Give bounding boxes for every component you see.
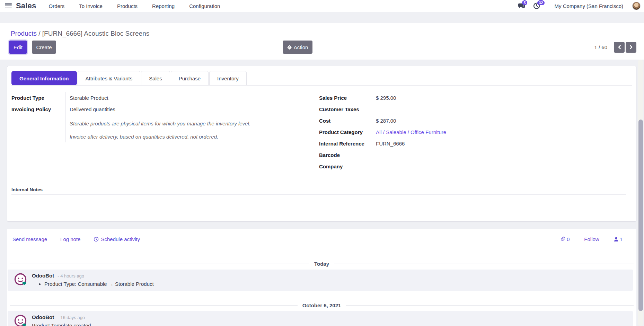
company-switcher[interactable]: My Company (San Francisco) bbox=[555, 3, 623, 9]
log-note-button[interactable]: Log note bbox=[60, 236, 80, 242]
scrollbar-thumb[interactable] bbox=[638, 120, 643, 311]
product-category-label: Product Category bbox=[319, 126, 372, 138]
product-form-sheet: General Information Attributes & Variant… bbox=[7, 66, 636, 222]
control-panel: Products / [FURN_6666] Acoustic Bloc Scr… bbox=[0, 23, 644, 60]
invoicing-policy-label: Invoicing Policy bbox=[11, 104, 65, 115]
breadcrumb-current: [FURN_6666] Acoustic Bloc Screens bbox=[42, 30, 149, 37]
tab-attributes-variants[interactable]: Attributes & Variants bbox=[78, 71, 141, 85]
field-group-right: Sales Price Customer Taxes Cost Product … bbox=[319, 92, 537, 172]
cost-label: Cost bbox=[319, 115, 372, 126]
breadcrumb-separator: / bbox=[37, 30, 42, 37]
paperclip-icon bbox=[561, 237, 565, 242]
invoicing-policy-help-text: Invoice after delivery, based on quantit… bbox=[70, 131, 264, 142]
tab-general-information[interactable]: General Information bbox=[11, 71, 77, 85]
internal-reference-value: FURN_6666 bbox=[376, 138, 537, 149]
nav-item-orders[interactable]: Orders bbox=[49, 3, 65, 9]
attachments-count: 0 bbox=[567, 236, 570, 242]
date-divider-october: October 6, 2021 bbox=[10, 302, 634, 308]
nav-item-configuration[interactable]: Configuration bbox=[189, 3, 220, 9]
invoicing-policy-value: Delivered quantities bbox=[70, 104, 264, 115]
followers-button[interactable]: 1 bbox=[614, 236, 623, 242]
nav-item-reporting[interactable]: Reporting bbox=[152, 3, 175, 9]
pager-previous-button[interactable] bbox=[614, 42, 625, 53]
followers-count: 1 bbox=[620, 236, 623, 242]
edit-button[interactable]: Edit bbox=[9, 41, 27, 54]
action-button-label: Action bbox=[294, 44, 308, 50]
hamburger-menu-icon[interactable] bbox=[5, 3, 12, 8]
message-author[interactable]: OdooBot bbox=[32, 314, 54, 320]
product-type-help-text: Storable products are physical items for… bbox=[70, 118, 264, 129]
attachments-button[interactable]: 0 bbox=[561, 236, 570, 242]
scrollbar-track[interactable] bbox=[638, 60, 643, 326]
customer-taxes-label: Customer Taxes bbox=[319, 104, 372, 115]
nav-item-products[interactable]: Products bbox=[117, 3, 138, 9]
nav-item-to-invoice[interactable]: To Invoice bbox=[79, 3, 103, 9]
barcode-value bbox=[376, 149, 537, 161]
message-timestamp: - 4 hours ago bbox=[58, 273, 84, 279]
chevron-right-icon bbox=[629, 45, 633, 49]
app-name[interactable]: Sales bbox=[16, 1, 36, 10]
field-group-left: Product Type Invoicing Policy Storable P… bbox=[11, 92, 264, 142]
odoobot-avatar bbox=[14, 273, 28, 287]
tab-sales[interactable]: Sales bbox=[141, 71, 170, 85]
odoobot-avatar bbox=[14, 314, 28, 326]
sales-price-label: Sales Price bbox=[319, 92, 372, 104]
barcode-label: Barcode bbox=[319, 149, 372, 161]
breadcrumb-products-link[interactable]: Products bbox=[11, 30, 37, 37]
product-type-value: Storable Product bbox=[70, 92, 264, 104]
date-divider-today: Today bbox=[10, 261, 634, 267]
top-navbar: Sales Orders To Invoice Products Reporti… bbox=[0, 0, 644, 12]
activities-badge: 32 bbox=[537, 0, 545, 5]
message-body: Product Template created bbox=[32, 323, 91, 326]
chatter-top-divider bbox=[7, 229, 636, 229]
user-avatar[interactable] bbox=[632, 2, 641, 10]
sales-price-value: $ 295.00 bbox=[376, 92, 537, 104]
action-button[interactable]: Action bbox=[283, 41, 312, 54]
pager-value: 1 / 60 bbox=[594, 44, 607, 50]
chatter-message: OdooBot - 4 hours ago Product Type: Cons… bbox=[8, 270, 633, 291]
product-type-label: Product Type bbox=[11, 92, 65, 104]
schedule-activity-label: Schedule activity bbox=[101, 236, 140, 242]
schedule-activity-button[interactable]: Schedule activity bbox=[94, 236, 140, 242]
customer-taxes-value bbox=[376, 104, 537, 115]
messages-icon[interactable]: 5 bbox=[518, 2, 526, 9]
pager: 1 / 60 bbox=[594, 41, 636, 54]
create-button[interactable]: Create bbox=[32, 41, 56, 54]
internal-notes-divider bbox=[11, 194, 626, 195]
clock-icon bbox=[94, 237, 99, 242]
systray: 5 32 My Company (San Francisco) bbox=[518, 2, 641, 10]
chevron-left-icon bbox=[618, 45, 621, 49]
follow-button[interactable]: Follow bbox=[584, 236, 599, 242]
tab-purchase[interactable]: Purchase bbox=[171, 71, 209, 85]
notebook-tabs: General Information Attributes & Variant… bbox=[11, 71, 632, 86]
message-body: Product Type: Consumable → Storable Prod… bbox=[38, 281, 154, 287]
breadcrumb: Products / [FURN_6666] Acoustic Bloc Scr… bbox=[11, 30, 149, 37]
activities-icon[interactable]: 32 bbox=[533, 2, 541, 9]
chatter: Send message Log note Schedule activity … bbox=[7, 229, 636, 326]
person-icon bbox=[614, 237, 618, 242]
pager-next-button[interactable] bbox=[626, 42, 636, 53]
internal-notes-label: Internal Notes bbox=[11, 187, 43, 192]
chatter-message: OdooBot - 16 days ago Product Template c… bbox=[8, 311, 633, 326]
company-label: Company bbox=[319, 161, 372, 172]
send-message-button[interactable]: Send message bbox=[12, 236, 47, 242]
company-value bbox=[376, 161, 537, 172]
product-category-link[interactable]: All / Saleable / Office Furniture bbox=[376, 126, 537, 138]
internal-reference-label: Internal Reference bbox=[319, 138, 372, 149]
message-author[interactable]: OdooBot bbox=[32, 273, 54, 279]
message-timestamp: - 16 days ago bbox=[58, 315, 85, 320]
gear-icon bbox=[287, 45, 292, 50]
tab-inventory[interactable]: Inventory bbox=[209, 71, 247, 85]
cost-value: $ 287.00 bbox=[376, 115, 537, 126]
messages-badge: 5 bbox=[522, 0, 528, 5]
